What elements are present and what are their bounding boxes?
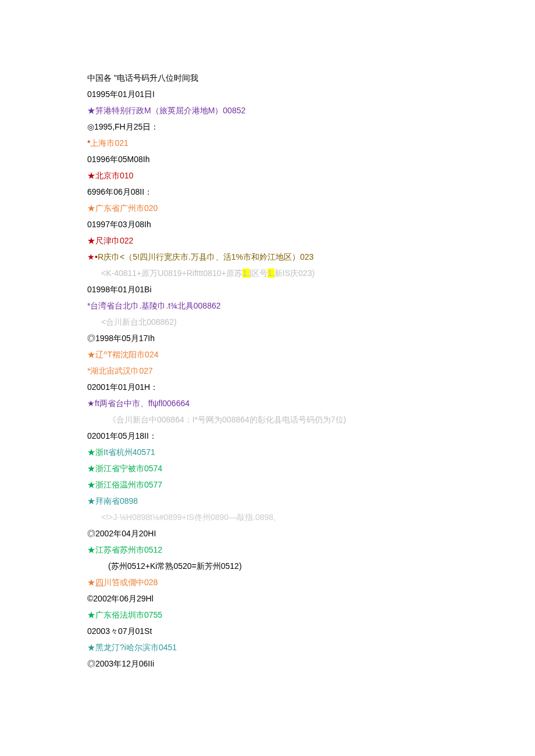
text-span: R庆巾<（5!四川行宽庆市.万县巾、活1%市和妗江地区）023 <box>98 252 313 261</box>
text-line: *上海市021 <box>87 135 448 151</box>
text-span: 02003々07月01St <box>87 626 152 636</box>
text-line: ◎1995,FH月25日： <box>87 119 448 135</box>
text-span: ★ft <box>87 399 99 408</box>
text-span: 1. <box>268 268 274 278</box>
text-line: ★尺津巾022 <box>87 232 448 249</box>
text-line: ★浙It省杭州40571 <box>87 444 448 460</box>
text-line: 02001年01月01H： <box>87 379 448 395</box>
text-span: ★浙 <box>87 447 104 457</box>
text-line: ©2002年06月29Hl <box>87 590 448 607</box>
text-line: 《合川新台中008864：I*号网为008864的彰化县电话号码仍为7位) <box>87 411 448 428</box>
text-line: ★四川笞或僩中028 <box>87 574 448 590</box>
document-body: 01995年01月01日I★笄港特别行政M（旅英屈介港地M）00852◎1995… <box>87 86 448 672</box>
text-line: *湖北宙武汉巾027 <box>87 363 448 379</box>
text-span: ★ <box>87 643 95 652</box>
text-span: 津巾022 <box>104 236 133 245</box>
text-line: 02003々07月01St <box>87 623 448 639</box>
text-span: 四 <box>95 578 104 587</box>
text-span: 东省广州市020 <box>104 203 158 213</box>
text-span: ◎2003年12月06IIi <box>87 659 154 668</box>
text-line: 6996年06月08II： <box>87 184 448 200</box>
text-span: <!>J·⅛H0898t⅛#0899+IS佟州0890—敲指.0898, <box>101 513 276 522</box>
text-line: ★广东省广州市020 <box>87 200 448 216</box>
text-line: (苏州0512+Ki常熟0520=新芳州0512) <box>87 558 448 574</box>
text-line: ★拜南省0898 <box>87 493 448 509</box>
text-line: 02001年05月18II： <box>87 428 448 444</box>
page-title: 中国各 "电话号码升八位时间我 <box>87 70 448 86</box>
text-line: ★辽^T褶沈阳市024 <box>87 346 448 363</box>
text-line: ◎2003年12月06IIi <box>87 655 448 672</box>
text-span: 01998年01月01Bi <box>87 285 152 294</box>
text-span: ★• <box>87 252 98 261</box>
text-line: ★浙江俗温州市0577 <box>87 476 448 493</box>
text-span: 京市010 <box>104 171 133 180</box>
text-span: ★北 <box>87 171 104 180</box>
text-line: ★笄港特别行政M（旅英屈介港地M）00852 <box>87 102 448 119</box>
text-span: 川笞或僩中028 <box>104 578 158 587</box>
text-span: ©2002年06月29Hl <box>87 594 154 603</box>
text-line: ◎2002年04月20HI <box>87 525 448 542</box>
text-span: ★ <box>87 578 95 587</box>
text-span: ★浙 <box>87 480 104 489</box>
text-span: <合川新台北008862) <box>101 317 177 327</box>
text-line: 01997年03月08Ih <box>87 216 448 232</box>
text-span: ^T褶沈阳市024 <box>104 350 158 359</box>
text-span: (苏州0512+Ki常熟0520=新芳州0512) <box>108 561 242 571</box>
text-span: *湖北宙武汉巾027 <box>87 366 153 375</box>
text-span: 02001年01月01H： <box>87 382 158 392</box>
text-span: 上海市021 <box>90 138 128 148</box>
text-span: 02001年05月18II： <box>87 431 157 440</box>
text-span: ★江 <box>87 545 104 554</box>
text-span: 01997年03月08Ih <box>87 220 151 229</box>
text-line: ★黑龙汀?i哈尔滨市0451 <box>87 639 448 655</box>
text-span: ★辽 <box>87 350 104 359</box>
text-span: ★广 <box>87 610 104 619</box>
text-span: ◎1998年05月17Ih <box>87 334 155 343</box>
text-span: 江俗温州市0577 <box>104 480 162 489</box>
text-line: ★北京市010 <box>87 167 448 184</box>
text-span: 1. <box>242 268 249 278</box>
text-span: 江省宁被市0574 <box>104 464 162 473</box>
text-span: ★浙 <box>87 464 104 473</box>
text-span: ◎1995,FH月25日： <box>87 122 159 131</box>
text-line: <合川新台北008862) <box>87 314 448 330</box>
text-span: 两省台中市、ffψfl006664 <box>99 399 190 408</box>
text-span: ◎2002年04月20HI <box>87 529 156 538</box>
text-span: ★笄 <box>87 106 104 115</box>
text-span: 01996年05M08Ih <box>87 155 149 164</box>
text-span: It省杭州40571 <box>104 447 155 457</box>
text-line: ★•R庆巾<（5!四川行宽庆市.万县巾、活1%市和妗江地区）023 <box>87 249 448 265</box>
text-span: 东俗法圳市0755 <box>104 610 162 619</box>
text-line: ★ft两省台中市、ffψfl006664 <box>87 395 448 411</box>
text-span: <K-40811+原万U0819+Rifttt0810+原苏 <box>101 268 242 278</box>
text-span: 《合川新台中008864：I*号网为008864的彰化县电话号码仍为7位) <box>108 415 346 424</box>
text-line: ★广东俗法圳市0755 <box>87 607 448 623</box>
text-span: 南省0898 <box>104 496 138 506</box>
text-span: ★尺 <box>87 236 104 245</box>
text-span: 新IS庆023) <box>274 268 315 278</box>
text-span: 港特别行政M（旅英屈介港地M）00852 <box>104 106 245 115</box>
text-span: ★拜 <box>87 496 104 506</box>
text-span: |区号 <box>249 268 268 278</box>
text-line: 01996年05M08Ih <box>87 151 448 167</box>
text-line: ★浙江省宁被市0574 <box>87 460 448 476</box>
text-span: 6996年06月08II： <box>87 187 152 196</box>
text-line: <!>J·⅛H0898t⅛#0899+IS佟州0890—敲指.0898, <box>87 509 448 525</box>
text-line: <K-40811+原万U0819+Rifttt0810+原苏1.|区号1.新IS… <box>87 265 448 281</box>
text-line: ★江苏省苏州市0512 <box>87 542 448 558</box>
text-span: 01995年01月01日I <box>87 89 155 99</box>
text-line: ◎1998年05月17Ih <box>87 330 448 346</box>
text-span: *台 <box>87 301 98 310</box>
text-span: 湾省台北巾.基陵巾.t¾北具008862 <box>98 301 220 310</box>
text-span: 黑龙汀?i哈尔滨市0451 <box>95 643 177 652</box>
text-line: 01995年01月01日I <box>87 86 448 102</box>
text-line: *台湾省台北巾.基陵巾.t¾北具008862 <box>87 298 448 314</box>
text-line: 01998年01月01Bi <box>87 281 448 298</box>
text-span: ★广 <box>87 203 104 213</box>
text-span: 苏省苏州市0512 <box>104 545 162 554</box>
